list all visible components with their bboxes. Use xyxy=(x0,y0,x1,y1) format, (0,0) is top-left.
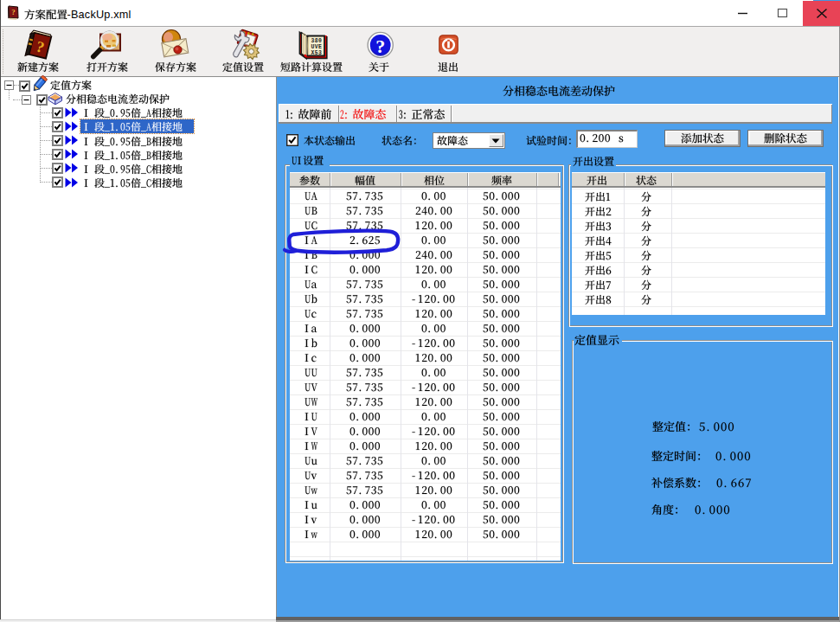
svg-text:?: ? xyxy=(375,35,385,57)
svg-text:X53: X53 xyxy=(311,50,323,56)
svg-text:380: 380 xyxy=(311,38,323,44)
svg-text:?: ? xyxy=(11,8,16,16)
svg-text:UVE: UVE xyxy=(311,44,323,50)
